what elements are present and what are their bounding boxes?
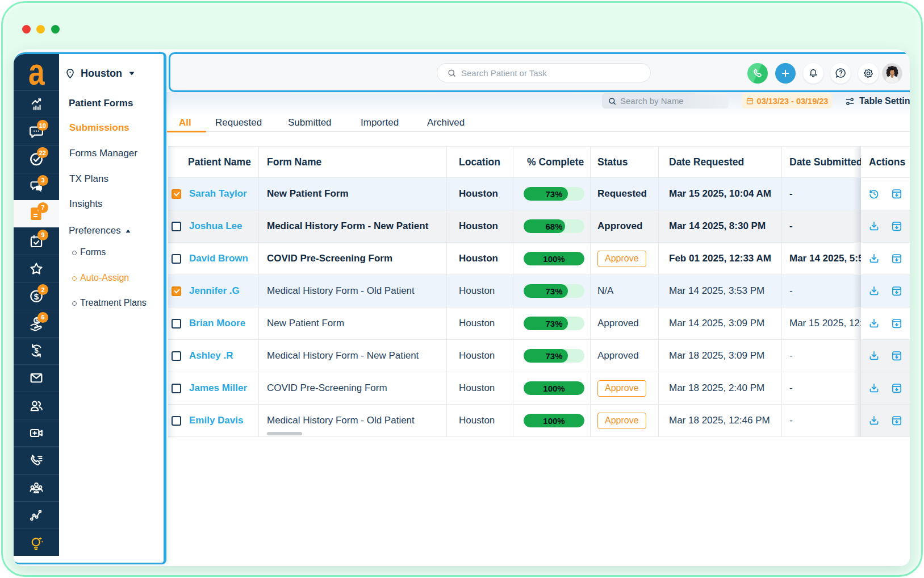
svg-text:$: $ [34,346,38,355]
